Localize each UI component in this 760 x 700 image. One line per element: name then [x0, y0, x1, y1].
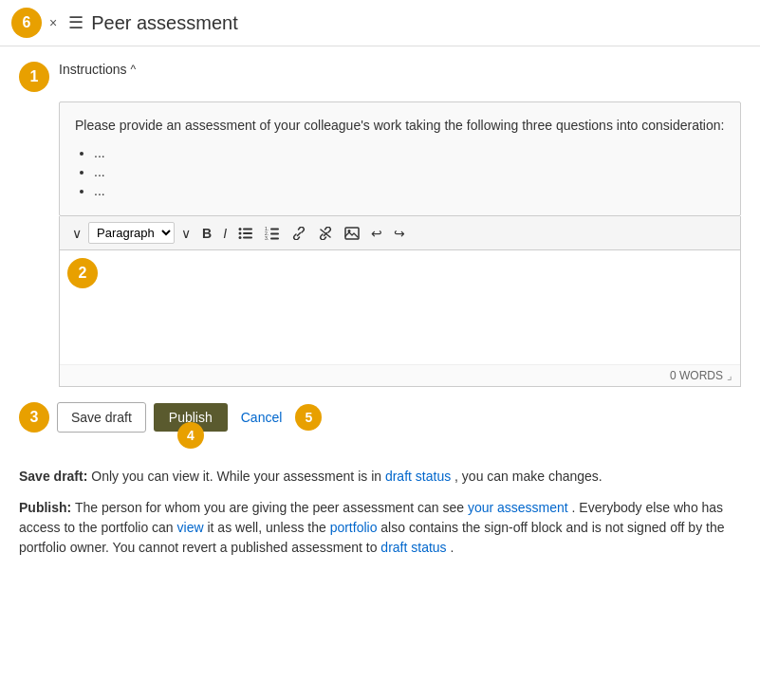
toolbar-chevron2-btn[interactable]: ∨	[176, 224, 195, 243]
action-row: 3 Save draft Publish 4 Cancel 5	[19, 402, 741, 433]
word-count-label: 0 WORDS	[670, 369, 723, 382]
page-title: Peer assessment	[91, 12, 238, 34]
svg-rect-3	[243, 232, 252, 234]
instructions-label: Instructions	[59, 62, 127, 77]
close-button[interactable]: ×	[49, 15, 57, 30]
cancel-button[interactable]: Cancel	[235, 403, 288, 432]
link-button[interactable]	[287, 225, 311, 242]
image-button[interactable]	[340, 225, 364, 242]
ordered-list-button[interactable]: 1.2.3.	[260, 225, 285, 242]
save-draft-text2: , you can make changes.	[454, 469, 602, 484]
svg-point-0	[239, 228, 242, 230]
editor-toolbar: ∨ Paragraph ∨ B I 1.2.3. ↩ ↪	[60, 216, 740, 250]
your-assessment-link[interactable]: your assessment	[468, 500, 568, 515]
redo-button[interactable]: ↪	[389, 224, 410, 243]
svg-point-4	[239, 236, 242, 239]
step-badge-2: 2	[67, 258, 98, 288]
page-header: 6 × ☰ Peer assessment	[0, 0, 760, 46]
publish-text1: The person for whom you are giving the p…	[75, 500, 468, 515]
resize-handle-icon[interactable]: ⌟	[727, 369, 732, 382]
svg-rect-5	[243, 236, 252, 238]
main-content: 1 Instructions ^ Please provide an asses…	[0, 46, 760, 584]
bold-button[interactable]: B	[197, 224, 216, 243]
paragraph-select[interactable]: Paragraph	[88, 222, 175, 244]
publish-button-wrapper: Publish 4	[154, 403, 228, 432]
step-badge-5: 5	[295, 404, 322, 431]
instructions-list: ... ... ...	[75, 145, 725, 198]
publish-text5: .	[451, 540, 454, 555]
instructions-box: Please provide an assessment of your col…	[59, 101, 741, 216]
publish-text3: it as well, unless the	[207, 520, 329, 535]
save-draft-button[interactable]: Save draft	[57, 402, 146, 433]
publish-label: Publish:	[19, 500, 71, 515]
caret-up-icon: ^	[131, 63, 137, 76]
instructions-toggle[interactable]: Instructions ^	[59, 62, 136, 77]
view-link[interactable]: view	[177, 520, 204, 535]
svg-point-2	[239, 231, 242, 234]
editor-wrapper: ∨ Paragraph ∨ B I 1.2.3. ↩ ↪	[59, 216, 741, 387]
step-badge-4: 4	[177, 422, 204, 449]
draft-status-link2[interactable]: draft status	[380, 540, 446, 555]
instructions-paragraph: Please provide an assessment of your col…	[75, 116, 725, 136]
svg-text:3.: 3.	[265, 235, 269, 240]
list-icon: ☰	[68, 12, 83, 33]
step-badge-1: 1	[19, 62, 49, 92]
unordered-list-button[interactable]	[233, 225, 258, 242]
list-item: ...	[94, 183, 725, 198]
step-badge-3: 3	[19, 402, 49, 433]
italic-button[interactable]: I	[218, 224, 232, 243]
step1-row: 1 Instructions ^	[19, 62, 741, 92]
draft-status-link1[interactable]: draft status	[385, 469, 451, 484]
list-item: ...	[94, 145, 725, 160]
svg-rect-12	[345, 228, 359, 239]
step-badge-6: 6	[11, 8, 42, 38]
save-draft-text1: Only you can view it. While your assessm…	[91, 469, 385, 484]
word-count-bar: 0 WORDS ⌟	[60, 364, 740, 386]
svg-rect-1	[243, 228, 252, 230]
save-draft-description: Save draft: Only you can view it. While …	[19, 467, 741, 487]
toolbar-chevron-btn[interactable]: ∨	[67, 224, 86, 243]
svg-rect-11	[270, 237, 279, 239]
undo-button[interactable]: ↩	[366, 224, 387, 243]
svg-rect-7	[270, 228, 279, 230]
list-item: ...	[94, 164, 725, 179]
svg-rect-9	[270, 232, 279, 234]
following-link: following	[467, 118, 518, 133]
publish-description: Publish: The person for whom you are giv…	[19, 498, 741, 558]
descriptions-section: Save draft: Only you can view it. While …	[19, 467, 741, 558]
unlink-button[interactable]	[313, 225, 338, 242]
save-draft-label: Save draft:	[19, 469, 87, 484]
portfolio-link[interactable]: portfolio	[330, 520, 378, 535]
editor-body[interactable]: 2	[60, 250, 740, 364]
